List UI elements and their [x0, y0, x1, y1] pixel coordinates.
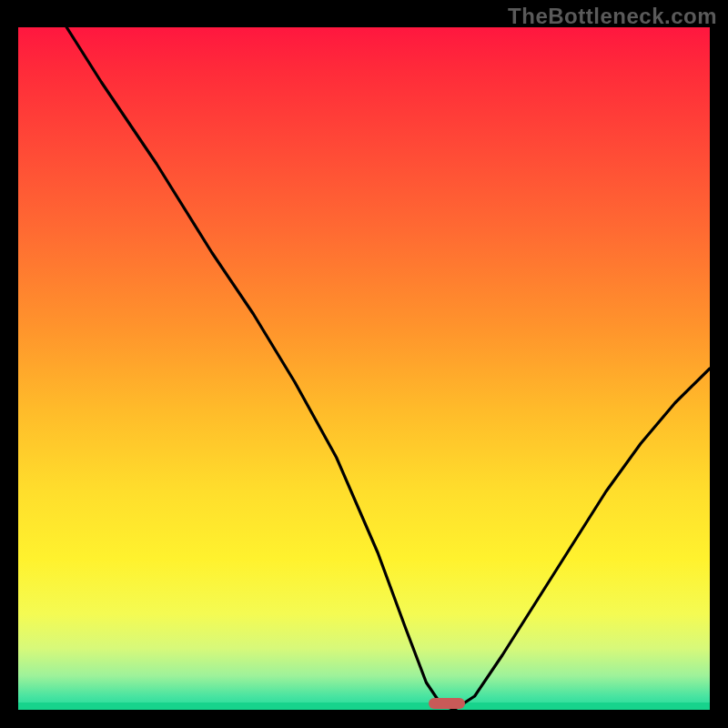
optimal-point-marker: [429, 698, 465, 709]
plot-area: [18, 27, 710, 710]
curve-svg: [18, 27, 710, 710]
bottleneck-curve-line: [66, 27, 710, 710]
chart-frame: TheBottleneck.com: [0, 0, 728, 728]
watermark-text: TheBottleneck.com: [508, 4, 717, 29]
